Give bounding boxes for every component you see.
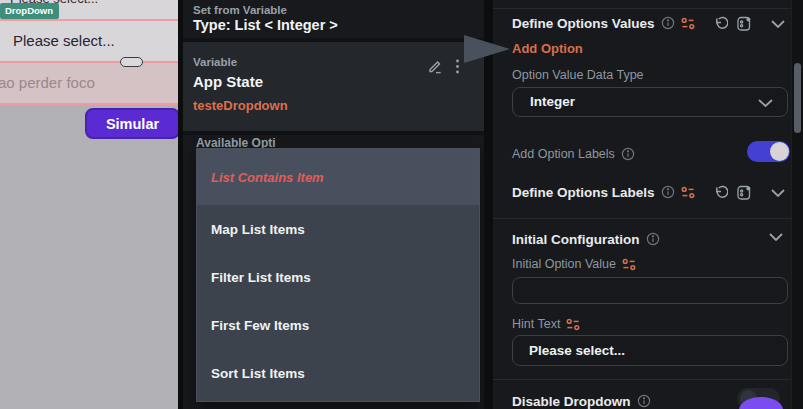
initial-configuration-title: Initial Configuration xyxy=(512,232,640,247)
add-option-labels-row: Add Option Labels xyxy=(512,145,635,163)
design-canvas[interactable]: Please select... DropDown Please select.… xyxy=(0,0,178,409)
variable-scope: App State xyxy=(193,73,263,90)
divider xyxy=(493,8,791,9)
define-options-labels-header: Define Options Labels xyxy=(512,183,696,201)
info-icon[interactable] xyxy=(661,185,675,199)
bind-variable-icon[interactable] xyxy=(566,318,581,331)
bind-variable-icon[interactable] xyxy=(622,258,637,271)
collapse-section-icon[interactable] xyxy=(769,233,783,241)
disable-dropdown-row: Disable Dropdown xyxy=(512,392,651,409)
set-from-variable-label: Set from Variable xyxy=(193,4,287,16)
info-icon[interactable] xyxy=(646,232,660,246)
reset-icon[interactable] xyxy=(712,16,728,32)
toggle-knob xyxy=(770,142,789,161)
option-value-data-type-select[interactable]: Integer xyxy=(512,87,788,117)
option-value-data-type-label: Option Value Data Type xyxy=(512,68,644,82)
reset-icon[interactable] xyxy=(712,185,728,201)
device-values-icon[interactable] xyxy=(736,184,753,201)
edit-variable-icon[interactable] xyxy=(426,57,444,75)
define-options-values-header: Define Options Values xyxy=(512,14,696,32)
define-options-labels-actions xyxy=(712,184,785,201)
focus-text: ao perder foco xyxy=(0,63,95,103)
menu-item-list-contains-item[interactable]: List Contains Item xyxy=(197,149,479,205)
simulate-button-label: Simular xyxy=(106,116,159,132)
initial-option-value-row: Initial Option Value xyxy=(512,255,637,273)
bind-variable-icon[interactable] xyxy=(681,186,696,199)
device-values-icon[interactable] xyxy=(736,15,753,32)
focus-text-widget[interactable]: ao perder foco xyxy=(0,63,178,103)
hint-text-field[interactable] xyxy=(512,335,788,366)
hint-text-input[interactable] xyxy=(513,336,787,365)
add-option-labels-toggle[interactable] xyxy=(747,141,790,162)
menu-item-sort-list-items[interactable]: Sort List Items xyxy=(197,349,479,397)
dropdown-widget[interactable]: Please select... xyxy=(0,21,178,61)
define-options-values-actions xyxy=(712,15,785,32)
variable-name: testeDropdown xyxy=(193,98,288,113)
collapse-section-icon[interactable] xyxy=(771,189,785,197)
variable-menu-icon[interactable] xyxy=(455,59,460,74)
info-icon[interactable] xyxy=(621,147,635,161)
options-dropdown-menu: List Contains Item Map List Items Filter… xyxy=(196,148,480,402)
menu-item-first-few-items[interactable]: First Few Items xyxy=(197,301,479,349)
menu-item-map-list-items[interactable]: Map List Items xyxy=(197,205,479,253)
info-icon[interactable] xyxy=(661,16,675,30)
initial-option-value-label: Initial Option Value xyxy=(512,257,616,271)
dropdown-hint-text: Please select... xyxy=(13,21,115,61)
simulate-button[interactable]: Simular xyxy=(85,108,178,139)
scrollbar-track[interactable] xyxy=(791,0,803,409)
variable-type-text: Type: List < Integer > xyxy=(193,17,338,33)
app-screen: Please select... DropDown Please select.… xyxy=(0,0,803,409)
scrollbar-thumb[interactable] xyxy=(794,63,801,133)
widget-type-tag[interactable]: DropDown xyxy=(0,3,59,19)
chevron-down-icon xyxy=(758,99,773,107)
divider xyxy=(183,131,484,135)
divider xyxy=(493,218,791,219)
hint-text-row: Hint Text xyxy=(512,315,581,333)
divider xyxy=(493,379,791,380)
initial-option-value-field[interactable] xyxy=(512,277,788,304)
option-value-data-type-value: Integer xyxy=(530,88,575,116)
variable-card: Variable App State testeDropdown xyxy=(183,42,484,131)
disable-dropdown-label: Disable Dropdown xyxy=(512,394,631,409)
pointer-arrow xyxy=(464,35,510,63)
add-option-labels-label: Add Option Labels xyxy=(512,147,615,161)
hint-text-label: Hint Text xyxy=(512,317,560,331)
add-option-button[interactable]: Add Option xyxy=(512,41,583,56)
bind-variable-icon[interactable] xyxy=(681,17,696,30)
properties-panel: Define Options Values xyxy=(493,0,803,409)
resize-handle[interactable] xyxy=(120,57,143,67)
set-variable-panel: Set from Variable Type: List < Integer >… xyxy=(183,0,484,409)
define-options-values-title: Define Options Values xyxy=(512,16,655,31)
initial-configuration-header: Initial Configuration xyxy=(512,230,660,248)
menu-item-filter-list-items[interactable]: Filter List Items xyxy=(197,253,479,301)
initial-option-value-input[interactable] xyxy=(513,278,787,303)
info-icon[interactable] xyxy=(637,394,651,408)
selection-border-bottom xyxy=(0,103,178,105)
define-options-labels-title: Define Options Labels xyxy=(512,185,655,200)
variable-label: Variable xyxy=(193,56,237,68)
collapse-section-icon[interactable] xyxy=(771,20,785,28)
